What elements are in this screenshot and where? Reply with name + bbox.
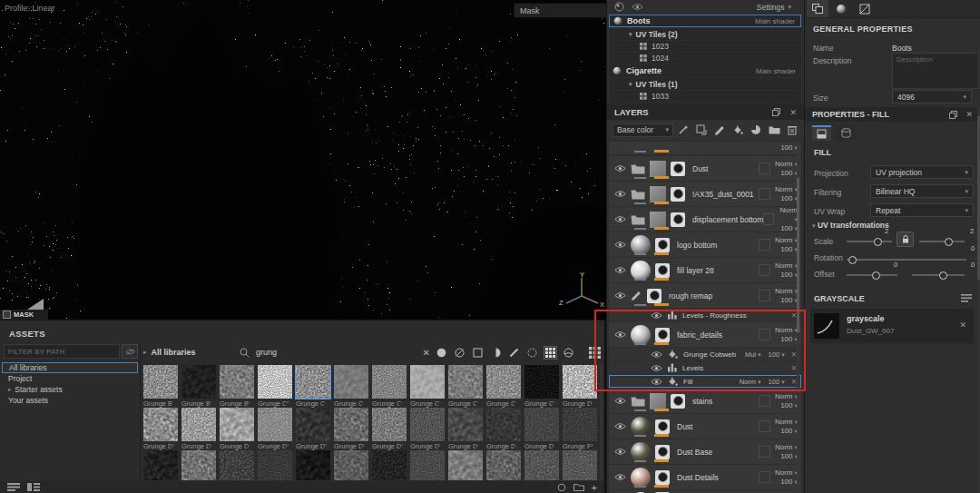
eye-icon[interactable] xyxy=(609,473,631,481)
layer-row-logo-bottom[interactable]: logo bottomNorm ▾100 ▾ xyxy=(609,232,801,257)
shader-settings-tab[interactable] xyxy=(830,0,852,17)
asset-thumb[interactable] xyxy=(296,450,330,480)
scale-y-slider[interactable] xyxy=(919,241,965,242)
close-panel-icon[interactable]: ✕ xyxy=(965,110,973,119)
layer-mask-thumbnail[interactable] xyxy=(655,238,670,252)
eye-icon[interactable] xyxy=(609,397,631,405)
close-panel-icon[interactable]: ✕ xyxy=(789,108,797,117)
asset-thumb-grunge-dir-[interactable]: Grunge Dir.. xyxy=(372,408,407,450)
fill-layer-icon[interactable] xyxy=(733,125,743,135)
eye-icon[interactable] xyxy=(609,422,631,430)
scale-y-value[interactable]: 2 xyxy=(970,227,974,235)
filtering-dropdown[interactable]: Bilinear HQ▾ xyxy=(870,184,974,198)
layer-opacity[interactable]: 100 ▾ xyxy=(780,143,798,152)
particle-filter-icon[interactable] xyxy=(526,347,538,359)
uv-wrap-dropdown[interactable]: Repeat▾ xyxy=(870,203,974,217)
asset-thumb[interactable] xyxy=(258,450,292,480)
effect-row-grunge-cobweb[interactable]: Grunge CobwebMul ▾100 ▾✕ xyxy=(609,348,801,360)
asset-thumb-grunge-d-[interactable]: Grunge D.. xyxy=(486,408,521,450)
layer-opacity[interactable]: 100 ▾ xyxy=(780,452,798,460)
asset-thumb[interactable] xyxy=(524,450,559,480)
effect-row-levels-roughness[interactable]: Levels - Roughness✕ xyxy=(609,309,801,321)
smart-material-filter-icon[interactable] xyxy=(454,347,466,359)
layer-mask-thumbnail[interactable] xyxy=(671,212,685,227)
asset-thumb-grunge-de-[interactable]: Grunge De.. xyxy=(220,408,254,450)
asset-thumb-grunge-d-[interactable]: Grunge D.. xyxy=(524,408,559,450)
layer-row-rough-remap[interactable]: rough remapNorm ▾100 ▾ xyxy=(609,283,801,308)
layer-mask-thumbnail[interactable] xyxy=(655,470,670,485)
layer-material-thumbnail[interactable] xyxy=(631,442,651,462)
library-item-your-assets[interactable]: Your assets xyxy=(2,395,138,406)
layers-scrollbar[interactable] xyxy=(797,142,799,491)
effect-row-fill[interactable]: FillNorm ▾100 ▾✕ xyxy=(609,375,801,388)
display-settings-tab[interactable] xyxy=(854,0,876,17)
texture-filter-icon[interactable] xyxy=(490,347,502,359)
projection-dropdown[interactable]: UV projection▾ xyxy=(870,165,974,179)
uv-transformations-toggle[interactable]: ▾ UV transformations xyxy=(812,221,889,230)
layer-blend-mode[interactable]: Norm ▾ xyxy=(779,206,798,223)
library-item-all-libraries[interactable]: All libraries xyxy=(2,362,138,373)
smart-mask-filter-icon[interactable] xyxy=(472,347,484,359)
transfer-icon[interactable] xyxy=(696,124,707,135)
eye-icon[interactable] xyxy=(609,291,631,300)
eye-icon[interactable] xyxy=(609,190,631,198)
asset-thumb[interactable] xyxy=(334,450,368,480)
group-icon[interactable] xyxy=(769,125,780,134)
material-filter-icon[interactable] xyxy=(436,347,447,359)
rotation-slider[interactable] xyxy=(847,259,966,261)
layer-opacity[interactable]: 100 ▾ xyxy=(780,427,798,435)
wand-icon[interactable] xyxy=(678,124,689,135)
size-dropdown[interactable]: 4096 ▾ xyxy=(892,90,972,104)
layer-opacity[interactable]: 100 ▾ xyxy=(780,296,798,304)
uv-tile-1023[interactable]: 1023 xyxy=(609,41,801,52)
uv-tile-1033[interactable]: 1033 xyxy=(609,91,801,102)
layer-blend-mode[interactable]: Norm ▾ xyxy=(775,392,798,400)
visibility-eye-icon[interactable] xyxy=(632,3,643,11)
texture-set-settings-tab[interactable] xyxy=(807,0,828,17)
mask-mode-tab[interactable]: MASK xyxy=(0,310,48,320)
tab-material-mode[interactable] xyxy=(812,125,831,141)
layer-row-stains[interactable]: stainsNorm ▾100 ▾ xyxy=(609,389,801,413)
layer-blend-mode[interactable]: Norm ▾ xyxy=(775,468,798,477)
asset-thumb-grunge-do-[interactable]: Grunge Do.. xyxy=(181,408,216,450)
solo-material-icon[interactable] xyxy=(614,2,624,12)
add-asset-icon[interactable]: + xyxy=(592,482,597,493)
asset-search-input[interactable] xyxy=(254,347,394,358)
layer-material-thumbnail[interactable] xyxy=(631,417,651,437)
eye-icon[interactable] xyxy=(609,330,631,339)
asset-thumb-grunge-b-[interactable]: Grunge B.. xyxy=(181,365,216,408)
float-panel-icon[interactable] xyxy=(772,108,780,116)
asset-thumb-grunge-bu-[interactable]: Grunge Bu.. xyxy=(220,365,254,408)
eye-icon[interactable] xyxy=(609,241,631,249)
layer-opacity[interactable]: 100 ▾ xyxy=(780,245,798,253)
asset-thumb[interactable] xyxy=(486,450,521,480)
effect-blend-mode[interactable]: Norm ▾ xyxy=(740,378,761,386)
layer-material-thumbnail[interactable] xyxy=(631,325,651,345)
effect-row-levels[interactable]: Levels✕ xyxy=(609,361,801,374)
eye-icon[interactable] xyxy=(609,215,631,223)
layer-row-dust[interactable]: DustNorm ▾100 ▾ xyxy=(609,414,801,439)
layer-row-dust-details[interactable]: Dust DetailsNorm ▾100 ▾ xyxy=(609,465,801,489)
asset-thumb-grunge-fi-[interactable]: Grunge Fi.. xyxy=(563,408,597,450)
layer-material-thumbnail[interactable] xyxy=(631,468,651,488)
layer-mask-thumbnail[interactable] xyxy=(647,289,662,303)
library-item-project[interactable]: Project xyxy=(2,373,138,384)
texture-set-cigarette[interactable]: CigaretteMain shader xyxy=(609,64,801,77)
grid-view-icon[interactable] xyxy=(589,347,601,359)
layer-mask-thumbnail[interactable] xyxy=(655,328,670,342)
layer-blend-mode[interactable]: Norm ▾ xyxy=(775,418,798,426)
asset-thumb-grunge-co-[interactable]: Grunge Co.. xyxy=(410,365,445,408)
asset-thumb-grunge-co-[interactable]: Grunge Co.. xyxy=(486,365,521,408)
layer-blend-mode[interactable]: Norm ▾ xyxy=(775,443,798,451)
tab-projection-mode[interactable] xyxy=(837,125,856,141)
layer-opacity[interactable]: 100 ▾ xyxy=(780,271,798,279)
offset-y-value[interactable]: 0 xyxy=(971,261,975,269)
eye-icon[interactable] xyxy=(609,266,631,274)
texture-set-settings-dropdown[interactable]: Settings ▾ xyxy=(757,3,804,12)
refresh-shelf-icon[interactable] xyxy=(557,483,566,492)
smart-material-icon[interactable] xyxy=(750,124,761,135)
texture-set-boots[interactable]: BootsMain shader xyxy=(609,15,801,27)
asset-thumb[interactable] xyxy=(181,450,216,480)
layer-opacity[interactable]: 100 ▾ xyxy=(780,169,798,177)
eye-icon[interactable] xyxy=(651,350,662,359)
